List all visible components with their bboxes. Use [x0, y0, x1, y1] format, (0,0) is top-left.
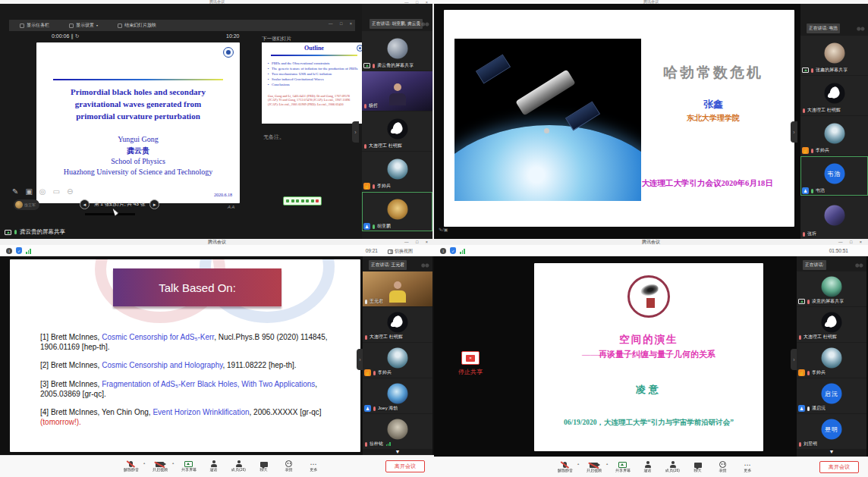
- participant-tile[interactable]: 大连理工 杜明辉: [800, 76, 868, 115]
- participant-tile[interactable]: 杨哲: [362, 71, 432, 111]
- participant-tile[interactable]: 启沅 ♟潘启沅: [797, 378, 866, 413]
- next-slide-preview[interactable]: Outline PBHs and the Observational const…: [262, 42, 366, 124]
- slides-grid-icon[interactable]: ▣: [25, 187, 32, 196]
- shape-icon[interactable]: [291, 199, 294, 202]
- stop-share-icon[interactable]: ×: [461, 351, 480, 365]
- person-silhouette: [389, 93, 406, 105]
- sidebar-collapse-handle[interactable]: ›: [791, 121, 797, 143]
- save-icon[interactable]: [311, 199, 314, 202]
- window-controls[interactable]: — □ ×: [404, 240, 431, 244]
- leave-meeting-button[interactable]: 离开会议: [819, 461, 859, 473]
- chat-button[interactable]: 聊天: [685, 460, 710, 473]
- meeting-info-icon[interactable]: i: [6, 248, 12, 254]
- progress-bar[interactable]: [85, 213, 135, 215]
- slide-banner: Talk Based On:: [113, 268, 281, 306]
- start-video-button[interactable]: 开启视频: [147, 459, 172, 472]
- mic-icon: [803, 108, 805, 113]
- start-video-button[interactable]: 开启视频: [581, 460, 606, 473]
- slide-title: 空间的演生: [534, 333, 763, 347]
- switch-view-button[interactable]: 切换视图: [388, 248, 413, 255]
- eraser-icon[interactable]: [301, 199, 304, 202]
- current-slide: Primordial black holes and secondary gra…: [36, 42, 240, 203]
- chat-button[interactable]: 聊天: [251, 459, 276, 472]
- participant-tile[interactable]: 凌意的屏幕共享: [797, 271, 866, 306]
- participant-tile[interactable]: 大连理工 杜明辉: [797, 307, 866, 342]
- scroll-down-arrow[interactable]: ▼: [797, 449, 866, 454]
- participant-tile[interactable]: ☝李帅兵: [797, 343, 866, 378]
- citation-text: Gao, Gong and Li, 1405.6451 (PRD); Di an…: [268, 94, 360, 106]
- scroll-down-arrow[interactable]: ▼: [363, 449, 432, 454]
- unmute-button[interactable]: 解除静音: [118, 459, 143, 472]
- restart-icon[interactable]: ↻: [75, 33, 80, 39]
- display-settings-button[interactable]: 显示设置▾: [69, 22, 98, 29]
- more-button[interactable]: ⋯更多: [735, 460, 760, 473]
- invite-button[interactable]: 邀请: [635, 460, 660, 473]
- host-icon: ♟: [802, 187, 809, 194]
- meeting-window-bottom-left: 腾讯会议 — □ × i ✓ 09:21 切换视图 Talk Based On:…: [0, 239, 434, 477]
- annotation-overlay-tools[interactable]: ✎/▣: [439, 227, 448, 232]
- next-slide-button[interactable]: ►: [149, 199, 159, 209]
- shared-slide: 空间的演生 ——再谈量子纠缠与量子几何的关系 凌意 06/19/2020，大连理…: [534, 263, 763, 451]
- unmute-button[interactable]: 解除静音: [552, 460, 577, 473]
- presenter-chip: 徐立军: [14, 199, 39, 210]
- ppt-presenter-toolbar: 显示任务栏 显示设置▾ 结束幻灯片放映: [9, 20, 355, 31]
- leave-meeting-button[interactable]: 离开会议: [385, 460, 425, 472]
- more-options-icon[interactable]: ⊖: [67, 187, 73, 196]
- slide-title: Primordial black holes and secondary gra…: [44, 86, 232, 123]
- host-icon: ♟: [363, 223, 370, 230]
- annotation-mini-toolbar[interactable]: [283, 196, 322, 206]
- participant-tile-speaking[interactable]: 韦浩 ♟韦浩: [800, 156, 868, 196]
- avatar: 韦浩: [824, 163, 844, 184]
- reactions-button[interactable]: 表情: [710, 460, 735, 473]
- camera-off-icon: [156, 462, 164, 467]
- share-status-text: 龚云贵的屏幕共享: [20, 228, 65, 236]
- participant-tile[interactable]: 徐梓铭: [363, 414, 432, 449]
- mic-icon: [807, 300, 810, 304]
- share-screen-button[interactable]: 共享屏幕: [176, 459, 201, 472]
- participant-tile[interactable]: 张鑫的屏幕共享: [800, 36, 868, 75]
- participant-tile-speaking[interactable]: ♟胡亚鹏: [362, 192, 432, 231]
- black-screen-icon[interactable]: ▭: [53, 187, 60, 196]
- share-screen-button[interactable]: 共享屏幕: [610, 460, 635, 473]
- show-taskbar-button[interactable]: 显示任务栏: [20, 22, 49, 29]
- participant-sidebar: 正在讲话: 韦浩 张鑫的屏幕共享 大连理工 杜明辉 ☝李帅兵 韦浩 ♟韦浩 张圻: [800, 4, 868, 239]
- note-zoom-buttons[interactable]: A A: [228, 205, 234, 209]
- more-button[interactable]: ⋯更多: [301, 459, 326, 472]
- participant-tile[interactable]: ♟Joey 海勃: [363, 378, 432, 413]
- host-icon: ♟: [364, 405, 371, 412]
- stop-share-control[interactable]: × 停止共享: [452, 351, 489, 376]
- members-button[interactable]: 成员(26): [660, 460, 685, 473]
- meeting-info-icon[interactable]: i: [440, 248, 446, 254]
- participant-tile[interactable]: 大连理工 杜明辉: [362, 111, 432, 151]
- participant-tile[interactable]: 龚云贵的屏幕共享: [362, 31, 432, 71]
- window-title: 腾讯会议: [642, 240, 660, 244]
- arrow-icon[interactable]: [296, 199, 299, 202]
- chat-icon: [694, 463, 702, 468]
- participant-tile[interactable]: 王元君: [363, 271, 432, 306]
- share-screen-icon: [618, 462, 627, 468]
- reactions-button[interactable]: 表情: [276, 459, 301, 472]
- pause-icon[interactable]: ∥: [71, 33, 74, 39]
- invite-button[interactable]: 邀请: [201, 459, 226, 472]
- avatar: [824, 83, 844, 103]
- window-controls[interactable]: — □ ×: [838, 240, 865, 244]
- zoom-icon[interactable]: ◎: [39, 187, 46, 196]
- speaking-indicator: 正在讲话: 胡亚鹏, 龚云贵: [370, 19, 423, 29]
- pen-icon[interactable]: ✎: [12, 187, 18, 196]
- close-annotation-icon[interactable]: [316, 199, 319, 202]
- undo-icon[interactable]: [306, 199, 309, 202]
- signal-icon: [386, 442, 391, 446]
- draw-icon[interactable]: [286, 199, 289, 202]
- end-slideshow-button[interactable]: 结束幻灯片放映: [118, 22, 156, 29]
- participant-tile[interactable]: ☝李帅兵: [363, 343, 432, 378]
- participant-tile[interactable]: 昱明 刘昱明: [797, 414, 866, 449]
- ppt-window-controls[interactable]: — □ ×: [329, 21, 355, 26]
- prev-slide-button[interactable]: ◄: [80, 199, 90, 209]
- slide-footer: 06/19/2020，大连理工大学“引力与宇宙学前沿研讨会”: [540, 418, 757, 428]
- members-button[interactable]: 成员(26): [226, 459, 251, 472]
- participant-tile[interactable]: ☝李帅兵: [362, 152, 432, 191]
- participant-tile[interactable]: ☝李帅兵: [800, 116, 868, 155]
- sidebar-collapse-handle[interactable]: ›: [352, 121, 359, 143]
- participant-tile[interactable]: 大连理工 杜明辉: [363, 307, 432, 342]
- participant-tile[interactable]: 张圻: [800, 196, 868, 239]
